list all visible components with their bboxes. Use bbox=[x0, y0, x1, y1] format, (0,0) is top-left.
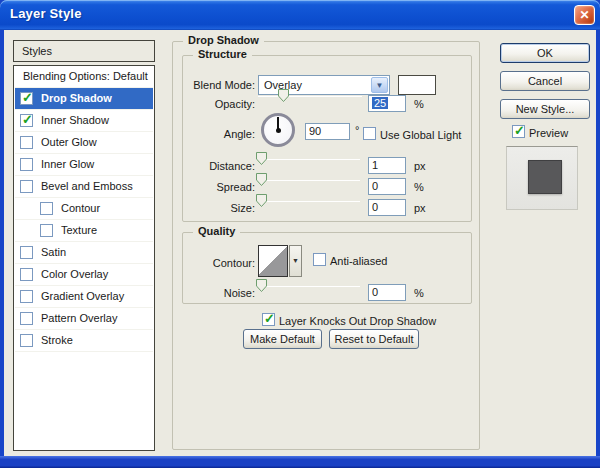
spread-field[interactable]: 0 bbox=[368, 178, 406, 195]
spread-slider-thumb[interactable] bbox=[256, 173, 267, 186]
drop-shadow-checkbox[interactable] bbox=[20, 92, 33, 105]
noise-slider[interactable] bbox=[256, 279, 360, 294]
size-slider-thumb[interactable] bbox=[256, 194, 267, 207]
distance-slider-thumb[interactable] bbox=[256, 152, 267, 165]
ok-button[interactable]: OK bbox=[500, 43, 590, 63]
inner-glow-checkbox[interactable] bbox=[20, 158, 33, 171]
pattern-overlay-checkbox[interactable] bbox=[20, 312, 33, 325]
quality-group-title: Quality bbox=[193, 225, 240, 237]
size-field[interactable]: 0 bbox=[368, 199, 406, 216]
distance-field[interactable]: 1 bbox=[368, 157, 406, 174]
sidebar-item-label: Contour bbox=[61, 202, 100, 214]
sidebar-item-inner-shadow[interactable]: Inner Shadow bbox=[15, 110, 153, 132]
opacity-value: 25 bbox=[372, 97, 388, 109]
sidebar-item-color-overlay[interactable]: Color Overlay bbox=[15, 264, 153, 286]
spread-value: 0 bbox=[372, 180, 378, 192]
size-label: Size: bbox=[175, 202, 255, 214]
style-preview-thumbnail bbox=[506, 146, 578, 210]
blend-mode-label: Blend Mode: bbox=[175, 79, 255, 91]
window-bottom-border bbox=[0, 456, 600, 468]
angle-dial[interactable] bbox=[261, 113, 295, 147]
distance-slider[interactable] bbox=[256, 152, 360, 167]
structure-group-title: Structure bbox=[193, 48, 252, 60]
sidebar-item-inner-glow[interactable]: Inner Glow bbox=[15, 154, 153, 176]
use-global-light-checkbox[interactable] bbox=[363, 127, 376, 140]
angle-field[interactable]: 90 bbox=[305, 123, 350, 140]
opacity-slider-thumb[interactable] bbox=[278, 89, 289, 102]
opacity-slider[interactable] bbox=[258, 89, 362, 104]
window-title: Layer Style bbox=[10, 6, 82, 21]
texture-checkbox[interactable] bbox=[40, 224, 53, 237]
opacity-field[interactable]: 25 bbox=[368, 95, 406, 112]
noise-label: Noise: bbox=[175, 287, 255, 299]
spread-slider-track bbox=[256, 180, 360, 181]
satin-checkbox[interactable] bbox=[20, 246, 33, 259]
style-preview-square bbox=[528, 160, 562, 194]
contour-thumbnail[interactable] bbox=[258, 245, 288, 277]
sidebar-item-label: Color Overlay bbox=[41, 268, 108, 280]
layer-style-dialog: Layer Style ✕ Styles Blending Options: D… bbox=[0, 0, 600, 468]
sidebar-item-label: Pattern Overlay bbox=[41, 312, 117, 324]
opacity-unit: % bbox=[414, 98, 424, 110]
close-button[interactable]: ✕ bbox=[574, 5, 595, 25]
shadow-color-swatch[interactable] bbox=[398, 75, 436, 95]
inner-shadow-checkbox[interactable] bbox=[20, 114, 33, 127]
opacity-slider-track bbox=[258, 96, 362, 97]
noise-slider-track bbox=[256, 286, 360, 287]
layer-knocks-out-label: Layer Knocks Out Drop Shadow bbox=[279, 315, 436, 327]
styles-panel-header: Styles bbox=[13, 40, 155, 62]
layer-knocks-out-checkbox[interactable] bbox=[262, 313, 275, 326]
sidebar-item-label: Outer Glow bbox=[41, 136, 97, 148]
chevron-down-icon[interactable]: ▼ bbox=[371, 77, 388, 93]
anti-aliased-label: Anti-aliased bbox=[330, 255, 387, 267]
sidebar-item-label: Satin bbox=[41, 246, 66, 258]
outer-glow-checkbox[interactable] bbox=[20, 136, 33, 149]
anti-aliased-checkbox[interactable] bbox=[313, 253, 326, 266]
sidebar-item-label: Inner Glow bbox=[41, 158, 94, 170]
sidebar-item-label: Blending Options: Default bbox=[23, 70, 148, 82]
gradient-overlay-checkbox[interactable] bbox=[20, 290, 33, 303]
preview-checkbox[interactable] bbox=[512, 125, 525, 138]
sidebar-item-drop-shadow[interactable]: Drop Shadow bbox=[15, 88, 153, 110]
sidebar-item-pattern-overlay[interactable]: Pattern Overlay bbox=[15, 308, 153, 330]
sidebar-item-label: Texture bbox=[61, 224, 97, 236]
contour-checkbox[interactable] bbox=[40, 202, 53, 215]
drop-shadow-group-title: Drop Shadow bbox=[183, 34, 264, 46]
contour-dropdown-arrow-icon[interactable]: ▼ bbox=[289, 245, 302, 277]
make-default-button[interactable]: Make Default bbox=[243, 329, 322, 349]
distance-label: Distance: bbox=[175, 160, 255, 172]
title-bar: Layer Style ✕ bbox=[0, 0, 600, 30]
noise-field[interactable]: 0 bbox=[368, 284, 406, 301]
noise-slider-thumb[interactable] bbox=[256, 279, 267, 292]
angle-center-dot-icon bbox=[276, 128, 281, 133]
color-overlay-checkbox[interactable] bbox=[20, 268, 33, 281]
sidebar-item-label: Bevel and Emboss bbox=[41, 180, 133, 192]
cancel-button[interactable]: Cancel bbox=[500, 71, 590, 91]
sidebar-item-texture[interactable]: Texture bbox=[15, 220, 153, 242]
sidebar-item-gradient-overlay[interactable]: Gradient Overlay bbox=[15, 286, 153, 308]
opacity-label: Opacity: bbox=[175, 98, 255, 110]
sidebar-item-contour[interactable]: Contour bbox=[15, 198, 153, 220]
size-unit: px bbox=[414, 202, 426, 214]
size-slider[interactable] bbox=[256, 194, 360, 209]
bevel-emboss-checkbox[interactable] bbox=[20, 180, 33, 193]
distance-value: 1 bbox=[372, 159, 378, 171]
noise-unit: % bbox=[414, 287, 424, 299]
stroke-checkbox[interactable] bbox=[20, 334, 33, 347]
styles-list: Blending Options: Default Drop Shadow In… bbox=[13, 65, 155, 451]
reset-to-default-button[interactable]: Reset to Default bbox=[329, 329, 419, 349]
sidebar-item-stroke[interactable]: Stroke bbox=[15, 330, 153, 352]
new-style-button[interactable]: New Style... bbox=[500, 99, 590, 119]
angle-label: Angle: bbox=[175, 128, 255, 140]
sidebar-item-label: Gradient Overlay bbox=[41, 290, 124, 302]
preview-label: Preview bbox=[529, 127, 568, 139]
sidebar-item-label: Inner Shadow bbox=[41, 114, 109, 126]
contour-label: Contour: bbox=[175, 257, 255, 269]
sidebar-item-bevel-emboss[interactable]: Bevel and Emboss bbox=[15, 176, 153, 198]
sidebar-item-outer-glow[interactable]: Outer Glow bbox=[15, 132, 153, 154]
use-global-light-label: Use Global Light bbox=[380, 129, 461, 141]
spread-unit: % bbox=[414, 181, 424, 193]
spread-slider[interactable] bbox=[256, 173, 360, 188]
sidebar-item-satin[interactable]: Satin bbox=[15, 242, 153, 264]
sidebar-item-blending-options[interactable]: Blending Options: Default bbox=[15, 66, 153, 88]
